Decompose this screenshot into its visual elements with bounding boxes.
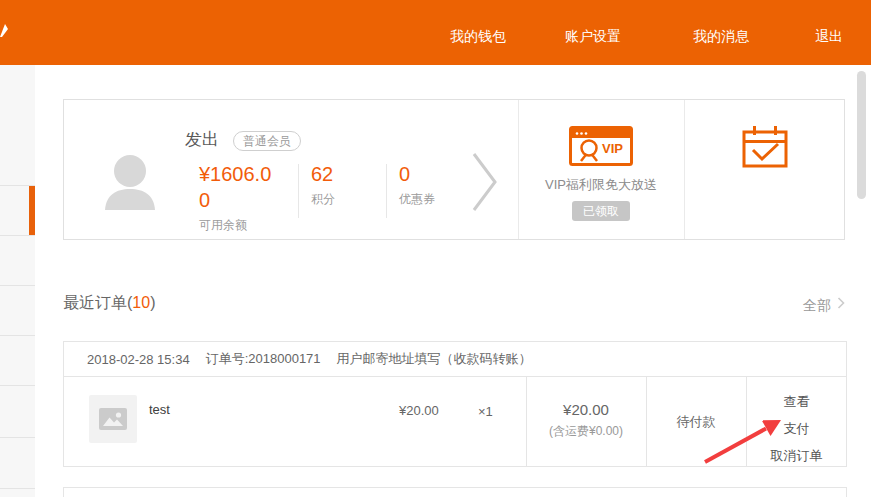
sidebar-divider [0,385,35,386]
sidebar-divider [0,488,35,489]
order-header: 2018-02-28 15:34 订单号:2018000171 用户邮寄地址填写… [64,342,846,377]
sidebar-divider [0,437,35,438]
nav-my-wallet[interactable]: 我的钱包 [450,28,506,46]
sidebar-divider [0,335,35,336]
recent-orders-label-close: ) [150,294,155,311]
shipping-note: (含运费¥0.00) [526,423,646,440]
coupons-stat[interactable]: 0 优惠券 [399,161,435,208]
order-date: 2018-02-28 15:34 [87,352,190,367]
scrollbar-thumb[interactable] [857,71,866,199]
balance-label: 可用余额 [199,217,294,234]
view-all-orders-link[interactable]: 全部 [803,296,845,315]
order-body: test ¥20.00 ×1 ¥20.00 (含运费¥0.00) 待付款 查看 … [64,377,846,466]
nav-account-settings[interactable]: 账户设置 [565,28,621,46]
balance-value: ¥1606.00 [199,161,279,213]
username: 发出 [185,128,219,151]
stat-divider [386,164,387,218]
points-stat[interactable]: 62 积分 [311,161,335,208]
order-number: 订单号:2018000171 [206,350,321,368]
product-price: ¥20.00 [399,403,439,418]
avatar-icon[interactable] [101,152,159,210]
vip-icon: VIP [569,126,633,166]
order-total-cell: ¥20.00 (含运费¥0.00) [526,377,646,440]
account-dashboard-page: 我的钱包 账户设置 我的消息 退出 发出 普通会员 ¥1606.00 可用余额 … [0,0,871,497]
calendar-check-icon[interactable] [742,124,788,168]
product-name[interactable]: test [149,402,170,417]
recent-orders-label: 最近订单( [63,294,132,311]
next-order-card-partial [63,487,847,497]
coupons-value: 0 [399,161,435,187]
stat-divider [298,164,299,218]
order-note: 用户邮寄地址填写（收款码转账） [337,350,532,368]
vip-promo-title: VIP福利限免大放送 [518,176,684,194]
vip-promo[interactable]: VIP VIP福利限免大放送 已领取 [518,100,684,239]
claimed-badge: 已领取 [572,201,630,221]
recent-orders-title: 最近订单(10) [63,293,155,314]
sidebar-active-indicator[interactable] [29,186,35,235]
order-status: 待付款 [646,413,746,431]
balance-stat[interactable]: ¥1606.00 可用余额 [199,161,294,234]
card-divider [684,100,685,239]
top-navbar: 我的钱包 账户设置 我的消息 退出 [0,0,871,65]
order-card: 2018-02-28 15:34 订单号:2018000171 用户邮寄地址填写… [63,341,847,467]
nav-logout[interactable]: 退出 [815,28,843,46]
points-value: 62 [311,161,335,187]
cancel-order-link[interactable]: 取消订单 [746,447,847,461]
sidebar-divider [0,235,35,236]
sidebar-divider [0,285,35,286]
pay-order-link[interactable]: 支付 [746,420,847,434]
order-actions: 查看 支付 取消订单 [746,377,847,474]
logo-icon [0,24,10,37]
view-order-link[interactable]: 查看 [746,393,847,407]
member-level-badge: 普通会员 [233,131,301,151]
order-total: ¥20.00 [526,401,646,418]
chevron-right-icon [837,296,845,312]
profile-card: 发出 普通会员 ¥1606.00 可用余额 62 积分 0 优惠券 [63,99,845,240]
coupons-label: 优惠券 [399,191,435,208]
product-quantity: ×1 [478,404,493,419]
product-thumbnail[interactable] [89,395,137,443]
sidebar-menu[interactable] [0,65,35,497]
svg-text:VIP: VIP [602,141,623,156]
orders-count: 10 [132,294,150,311]
points-label: 积分 [311,191,335,208]
image-placeholder-icon [99,408,127,430]
nav-my-messages[interactable]: 我的消息 [693,28,749,46]
chevron-right-icon[interactable] [471,151,499,213]
